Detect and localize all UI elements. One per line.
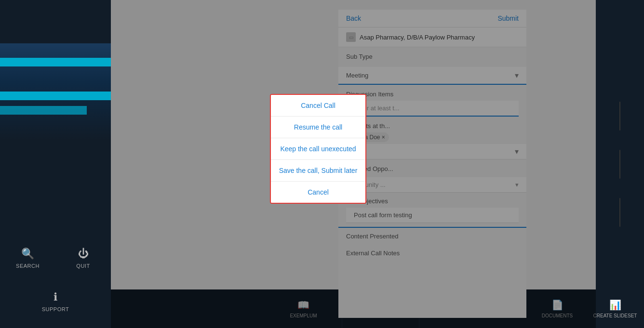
cancel-option[interactable]: Cancel [271, 182, 365, 203]
divider2 [619, 150, 620, 179]
sidebar-blue-bar3 [0, 106, 87, 115]
sidebar-item-support[interactable]: ℹ SUPPORT [28, 280, 83, 323]
sidebar-item-quit[interactable]: ⏻ QUIT [55, 236, 111, 280]
slideset-label: CREATE SLIDESET [593, 313, 637, 318]
support-icon: ℹ [54, 291, 57, 303]
left-sidebar: 🔍 SEARCH ⏻ QUIT ℹ SUPPORT [0, 0, 111, 328]
sidebar-bottom: 🔍 SEARCH ⏻ QUIT ℹ SUPPORT [0, 236, 111, 323]
slideset-icon: 📊 [609, 299, 621, 311]
right-sidebar [596, 0, 644, 328]
sidebar-item-search[interactable]: 🔍 SEARCH [0, 236, 55, 280]
cancel-call-option[interactable]: Cancel Call [271, 95, 365, 117]
modal-box: Cancel Call Resume the call Keep the cal… [270, 94, 366, 204]
quit-label: QUIT [76, 263, 90, 269]
divider3 [619, 198, 620, 227]
support-label: SUPPORT [42, 306, 69, 312]
search-label: SEARCH [16, 263, 40, 269]
sidebar-blue-bar2 [0, 92, 111, 100]
resume-call-option[interactable]: Resume the call [271, 117, 365, 138]
search-icon: 🔍 [21, 248, 34, 260]
divider1 [619, 102, 620, 131]
keep-unexecuted-option[interactable]: Keep the call unexecuted [271, 138, 365, 160]
sidebar-blue-bar1 [0, 58, 111, 66]
save-submit-later-option[interactable]: Save the call, Submit later [271, 160, 365, 182]
quit-icon: ⏻ [78, 248, 89, 260]
